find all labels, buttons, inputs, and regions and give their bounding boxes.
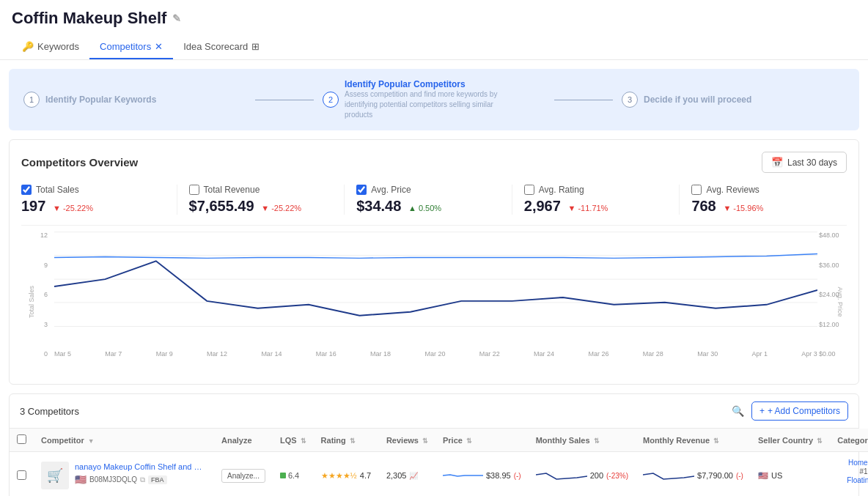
add-btn-label: + Add Competitors: [768, 406, 840, 416]
total-revenue-value: $7,655.49: [189, 198, 254, 214]
x-axis-labels: Mar 5 Mar 7 Mar 9 Mar 12 Mar 14 Mar 16 M…: [54, 350, 817, 358]
fulfillment-badge-0: FBA: [148, 475, 167, 484]
monthly-sales-cell-0: 200 (-23%): [529, 452, 636, 497]
wizard-step-2-text: Identify Popular Competitors Assess comp…: [345, 79, 506, 120]
category-bsr-cell-0: Home & Kitchen #120,102 📈 Floating Shelv…: [830, 452, 868, 497]
copy-icon-0[interactable]: ⧉: [140, 475, 145, 484]
sort-icon-price: ⇅: [466, 437, 472, 445]
product-id-0: B08MJ3DQLQ: [89, 475, 137, 484]
avg-price-checkbox[interactable]: [356, 185, 367, 195]
th-rating: Rating ⇅: [314, 429, 379, 452]
overview-header: Competitors Overview 📅 Last 30 days: [21, 152, 847, 173]
total-sales-value: 197: [21, 198, 45, 214]
reviews-cell-0: 2,305 📈: [379, 452, 435, 497]
tab-competitors[interactable]: Competitors ✕: [89, 35, 173, 59]
lqs-cell-0: 6.4: [273, 452, 314, 497]
rating-val-0: 4.7: [360, 471, 371, 480]
metric-avg-price: Avg. Price $34.48 ▲ 0.50%: [345, 185, 512, 215]
category-bsr-0: #120,102: [859, 467, 868, 475]
page-header: Coffin Makeup Shelf ✎ 🔑 Keywords Competi…: [0, 0, 868, 60]
date-range-label: Last 30 days: [787, 158, 837, 168]
add-competitors-button[interactable]: + + Add Competitors: [751, 401, 848, 421]
wizard-connector-2: [554, 100, 613, 100]
wizard-step-1-title: Identify Popular Keywords: [45, 95, 156, 105]
competitors-tbody: 🛒 nanayo Makeup Coffin Shelf and Coffin …: [10, 452, 868, 497]
avg-reviews-value: 768: [691, 198, 716, 214]
avg-rating-change: ▼ -11.71%: [567, 204, 608, 212]
page: Coffin Makeup Shelf ✎ 🔑 Keywords Competi…: [0, 0, 868, 496]
tab-keywords-label: Keywords: [37, 41, 79, 52]
wizard-step-3-num: 3: [622, 92, 638, 108]
revenue-change-0: (-): [736, 472, 743, 480]
wizard-step-2: 2 Identify Popular Competitors Assess co…: [323, 79, 545, 120]
th-select: [10, 429, 34, 452]
subcategory-name-0[interactable]: Floating Shelves: [847, 476, 868, 484]
overview-section: Competitors Overview 📅 Last 30 days Tota…: [9, 139, 859, 385]
th-price: Price ⇅: [435, 429, 529, 452]
row-checkbox-0[interactable]: [17, 470, 26, 480]
y-axis-label-left: Total Sales: [28, 286, 35, 318]
avg-price-value: $34.48: [356, 198, 401, 214]
price-change-0: (-): [514, 472, 521, 480]
total-sales-change: ▼ -25.22%: [53, 204, 93, 212]
title-text: Coffin Makeup Shelf: [12, 9, 166, 28]
th-seller-country: Seller Country ⇅: [751, 429, 830, 452]
competitors-count: 3 Competitors: [20, 406, 79, 417]
row-checkbox-cell: [10, 452, 34, 497]
product-image-0: 🛒: [41, 462, 69, 489]
competitors-table-section: 3 Competitors 🔍 + + Add Competitors Comp…: [9, 393, 859, 496]
price-val-0: $38.95: [486, 471, 511, 480]
wizard-step-3: 3 Decide if you will proceed: [622, 92, 845, 108]
th-reviews: Reviews ⇅: [379, 429, 435, 452]
edit-icon[interactable]: ✎: [172, 12, 181, 24]
wizard-step-2-title: Identify Popular Competitors: [345, 79, 506, 89]
wizard: 1 Identify Popular Keywords 2 Identify P…: [9, 69, 859, 130]
avg-price-change: ▲ 0.50%: [408, 204, 441, 212]
reviews-trend-icon-0: 📈: [409, 472, 418, 480]
analyze-cell-0: Analyze...: [214, 452, 273, 497]
table-actions: 🔍 + + Add Competitors: [732, 401, 848, 421]
product-name-0[interactable]: nanayo Makeup Coffin Shelf and Coffin Br…: [75, 462, 207, 473]
sort-icon-reviews: ⇅: [422, 437, 428, 445]
price-cell-0: $38.95 (-): [435, 452, 529, 497]
competitors-close-icon: ✕: [155, 41, 163, 52]
sort-icon-monthly-revenue: ⇅: [713, 437, 719, 445]
wizard-step-1-num: 1: [23, 92, 40, 108]
overview-title: Competitors Overview: [21, 156, 138, 169]
seller-flag-0: 🇺🇸: [758, 471, 768, 481]
main-chart-svg: [54, 232, 817, 349]
table-search-icon[interactable]: 🔍: [732, 405, 744, 417]
avg-rating-label: Avg. Rating: [539, 185, 584, 195]
table-header: 3 Competitors 🔍 + + Add Competitors: [10, 394, 858, 429]
total-revenue-checkbox[interactable]: [189, 185, 199, 195]
tab-keywords[interactable]: 🔑 Keywords: [12, 35, 89, 59]
competitors-table: Competitor ▼ Analyze LQS ⇅ Rating ⇅ Revi…: [10, 429, 868, 496]
metric-total-revenue: Total Revenue $7,655.49 ▼ -25.22%: [177, 185, 345, 215]
sort-icon-seller: ⇅: [817, 437, 823, 445]
metric-total-sales: Total Sales 197 ▼ -25.22%: [21, 185, 177, 215]
total-sales-checkbox[interactable]: [21, 185, 32, 195]
total-revenue-change: ▼ -25.22%: [261, 204, 301, 212]
avg-rating-checkbox[interactable]: [524, 185, 534, 195]
select-all-checkbox[interactable]: [17, 434, 26, 444]
total-sales-label: Total Sales: [36, 185, 79, 195]
analyze-button-0[interactable]: Analyze...: [221, 469, 265, 483]
th-competitor: Competitor ▼: [34, 429, 214, 452]
competitor-cell-0: 🛒 nanayo Makeup Coffin Shelf and Coffin …: [34, 452, 214, 497]
category-name-0[interactable]: Home & Kitchen: [848, 459, 868, 467]
tab-idea-scorecard[interactable]: Idea Scorecard ⊞: [173, 35, 270, 59]
reviews-val-0: 2,305: [386, 471, 407, 480]
wizard-step-2-desc: Assess competition and find more keyword…: [345, 89, 506, 120]
sales-change-0: (-23%): [606, 472, 628, 480]
sort-icon-competitor: ▼: [88, 437, 95, 445]
date-range-button[interactable]: 📅 Last 30 days: [762, 152, 847, 173]
wizard-connector-1: [255, 100, 314, 100]
avg-reviews-checkbox[interactable]: [691, 185, 702, 195]
sort-icon-monthly-sales: ⇅: [594, 437, 600, 445]
lqs-bar-0: [280, 473, 286, 478]
monthly-sales-val-0: 200: [590, 471, 603, 480]
total-revenue-label: Total Revenue: [204, 185, 260, 195]
chart-wrapper: 036912 Total Sales $0.00$12.00$24.00$36.…: [21, 232, 847, 372]
y-axis-label-right: Avg. Price: [837, 287, 845, 317]
lqs-value-0: 6.4: [288, 471, 299, 480]
